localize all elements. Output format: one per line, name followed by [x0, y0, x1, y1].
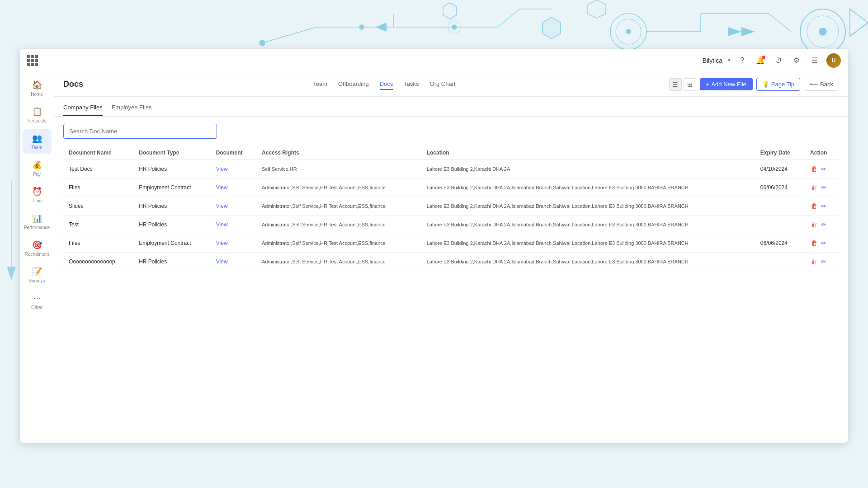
sidebar-item-performance[interactable]: 📊 Performance [23, 209, 52, 234]
team-icon: 👥 [32, 133, 42, 144]
search-input[interactable] [63, 124, 217, 139]
list-view-button[interactable]: ☰ [669, 78, 682, 91]
sidebar-item-time[interactable]: ⏰ Time [23, 183, 52, 207]
notification-icon[interactable]: 🔔 [754, 54, 767, 67]
tab-team[interactable]: Team [313, 79, 327, 90]
cell-doc-link[interactable]: View [211, 253, 256, 271]
table-row: Files Employment Contract View Administr… [63, 234, 839, 253]
sub-tab-employee-files[interactable]: Employee Files [112, 102, 152, 116]
plus-icon: + [706, 81, 710, 88]
back-button[interactable]: ⟵ Back [804, 78, 839, 91]
search-box [63, 124, 217, 139]
col-access-rights: Access Rights [256, 146, 421, 160]
cell-doc-type: Employment Contract [133, 234, 211, 253]
menu-icon[interactable]: ☰ [808, 54, 821, 67]
settings-icon[interactable]: ⚙ [790, 54, 803, 67]
cell-doc-link[interactable]: View [211, 160, 256, 178]
brand-dropdown[interactable]: ▾ [728, 57, 731, 63]
svg-line-27 [262, 27, 316, 43]
cell-doc-link[interactable]: View [211, 178, 256, 197]
cell-location: Lahore E3 Building 2,Karachi DHA 2A,Isla… [421, 197, 755, 216]
tab-docs[interactable]: Docs [380, 79, 393, 90]
svg-marker-10 [443, 3, 457, 19]
cell-action: 🗑 ✏ [805, 197, 839, 216]
table-row: Slides HR Policies View Administrator,Se… [63, 197, 839, 216]
sidebar-item-team[interactable]: 👥 Team [23, 129, 52, 154]
cell-action: 🗑 ✏ [805, 234, 839, 253]
cell-doc-name: Files [63, 234, 133, 253]
cell-access: Administrator,Self Service,HR,Test Accou… [256, 197, 421, 216]
cell-doc-link[interactable]: View [211, 216, 256, 234]
apps-icon[interactable] [27, 55, 38, 66]
other-icon: ⋯ [32, 293, 42, 304]
cell-doc-link[interactable]: View [211, 234, 256, 253]
cell-access: Self Service,HR [256, 160, 421, 178]
table-row: Test Docs HR Policies View Self Service,… [63, 160, 839, 178]
delete-icon[interactable]: 🗑 [810, 164, 818, 174]
top-bar-left [27, 55, 38, 66]
timer-icon[interactable]: ⏱ [772, 54, 785, 67]
edit-icon[interactable]: ✏ [820, 202, 827, 211]
grid-view-button[interactable]: ⊞ [684, 78, 696, 91]
edit-icon[interactable]: ✏ [820, 183, 827, 192]
add-new-file-button[interactable]: + Add New File [700, 78, 753, 90]
svg-point-14 [626, 29, 631, 34]
time-icon: ⏰ [32, 186, 42, 197]
cell-access: Administrator,Self Service,HR,Test Accou… [256, 178, 421, 197]
sidebar-label-pay: Pay [33, 172, 41, 177]
tab-tasks[interactable]: Tasks [404, 79, 419, 90]
avatar[interactable]: U [826, 53, 841, 68]
sidebar-item-requests[interactable]: 📋 Requests [23, 103, 52, 127]
svg-point-26 [259, 40, 265, 46]
sidebar-label-recruitment: Recruitment [25, 252, 49, 257]
cell-doc-name: Oooooooooooooop [63, 253, 133, 271]
edit-icon[interactable]: ✏ [820, 220, 827, 229]
sidebar-item-pay[interactable]: 💰 Pay [23, 156, 52, 181]
sidebar-label-other: Other [31, 305, 42, 310]
cell-expiry: 06/06/2024 [755, 178, 805, 197]
delete-icon[interactable]: 🗑 [810, 220, 818, 229]
cell-action: 🗑 ✏ [805, 160, 839, 178]
svg-marker-20 [741, 27, 755, 36]
cell-location: Lahore E3 Building 2,Karachi DHA 2A [421, 160, 755, 178]
delete-icon[interactable]: 🗑 [810, 202, 818, 211]
tab-offboarding[interactable]: Offboarding [338, 79, 369, 90]
cell-location: Lahore E3 Building 2,Karachi DHA 2A,Isla… [421, 253, 755, 271]
cell-access: Administrator,Self Service,HR,Test Accou… [256, 253, 421, 271]
cell-doc-type: HR Policies [133, 197, 211, 216]
page-area: Docs Team Offboarding Docs Tasks Org Cha… [54, 72, 848, 443]
requests-icon: 📋 [32, 106, 42, 117]
sidebar-label-time: Time [32, 198, 42, 204]
edit-icon[interactable]: ✏ [820, 239, 827, 248]
delete-icon[interactable]: 🗑 [810, 183, 818, 192]
view-toggle: ☰ ⊞ [669, 78, 696, 91]
help-icon[interactable]: ? [736, 54, 749, 67]
cell-doc-link[interactable]: View [211, 197, 256, 216]
cell-location: Lahore E3 Building 2,Karachi DHA 2A,Isla… [421, 234, 755, 253]
sidebar-label-home: Home [31, 92, 43, 97]
sidebar-item-home[interactable]: 🏠 Home [23, 76, 52, 101]
cell-doc-name: Test Docs [63, 160, 133, 178]
nav-tabs: Team Offboarding Docs Tasks Org Chart [108, 79, 660, 90]
col-location: Location [421, 146, 755, 160]
cell-expiry: 04/10/2024 [755, 160, 805, 178]
sub-tab-company-files[interactable]: Company Files [63, 102, 103, 116]
tab-org-chart[interactable]: Org Chart [430, 79, 456, 90]
cell-doc-type: Employment Contract [133, 178, 211, 197]
sidebar-item-surveys[interactable]: 📝 Surveys [23, 263, 52, 287]
svg-point-21 [800, 9, 845, 54]
documents-table: Document Name Document Type Document Acc… [63, 146, 839, 271]
sidebar-item-recruitment[interactable]: 🎯 Recruitment [23, 236, 52, 261]
edit-icon[interactable]: ✏ [820, 164, 827, 174]
edit-icon[interactable]: ✏ [820, 257, 827, 266]
sidebar-item-other[interactable]: ⋯ Other [23, 289, 52, 314]
sub-tabs: Company Files Employee Files [54, 97, 848, 117]
delete-icon[interactable]: 🗑 [810, 239, 818, 248]
page-tip-button[interactable]: 💡 Page Tip [756, 78, 800, 91]
sidebar-label-requests: Requests [27, 118, 46, 124]
cell-expiry: 06/06/2024 [755, 234, 805, 253]
svg-line-18 [769, 14, 791, 32]
delete-icon[interactable]: 🗑 [810, 257, 818, 266]
brand-name[interactable]: Bilytica [703, 57, 722, 64]
svg-point-2 [359, 25, 364, 29]
